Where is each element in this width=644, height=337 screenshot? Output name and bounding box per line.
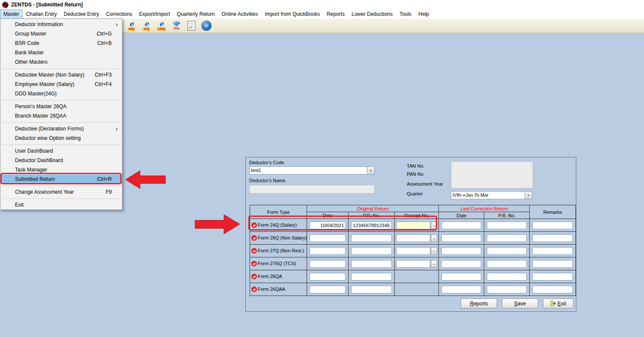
lc-pr-no-input[interactable] bbox=[487, 286, 527, 293]
lc-date-input[interactable] bbox=[441, 273, 481, 281]
remarks-input[interactable] bbox=[532, 234, 573, 242]
menu-item-other-masters[interactable]: Other Masters bbox=[0, 57, 122, 67]
toolbar-e26q-button[interactable]: e 26Q bbox=[125, 19, 138, 32]
remarks-input[interactable] bbox=[532, 247, 573, 255]
pr-no-input[interactable] bbox=[351, 247, 392, 255]
pr-no-input[interactable] bbox=[351, 234, 392, 242]
save-button[interactable]: Save bbox=[502, 299, 538, 308]
menu-item-label: BSR Code bbox=[15, 40, 39, 46]
form-type-label: Form 26Q (Non Salary) bbox=[258, 235, 307, 240]
lc-pr-no-input[interactable] bbox=[487, 234, 527, 242]
browse-button[interactable]: .. bbox=[431, 247, 437, 255]
menu-item-task-manager[interactable]: Task Manager bbox=[0, 165, 122, 174]
menu-item-label: Change Assessment Year bbox=[15, 189, 74, 195]
lc-pr-no-input[interactable] bbox=[487, 222, 527, 229]
lc-date-input[interactable] bbox=[441, 234, 481, 242]
browse-button[interactable]: .. bbox=[431, 260, 437, 268]
close-icon: ✕ bbox=[201, 21, 212, 31]
efiling-icon: e bbox=[251, 248, 257, 254]
lc-date-input[interactable] bbox=[441, 286, 481, 293]
tan-label: TAN No. bbox=[407, 163, 424, 168]
date-input[interactable] bbox=[310, 222, 346, 229]
toolbar-26q-label: 26Q bbox=[128, 27, 135, 31]
lc-pr-no-input[interactable] bbox=[487, 260, 527, 268]
form-document-icon bbox=[188, 21, 195, 30]
receipt-no-input[interactable] bbox=[396, 260, 430, 268]
menubar-item-quarterly-return[interactable]: Quarterly Return bbox=[173, 9, 218, 19]
pr-no-input[interactable] bbox=[351, 286, 392, 293]
chevron-down-icon[interactable]: ▼ bbox=[525, 192, 532, 199]
browse-button[interactable]: .. bbox=[431, 234, 437, 242]
receipt-no-empty-cell bbox=[395, 270, 439, 283]
deductor-name-field[interactable] bbox=[249, 185, 375, 194]
menu-item-deductee-master-non-salary[interactable]: Deductee Master (Non Salary) Ctrl+F3 bbox=[0, 70, 122, 80]
lc-pr-no-input[interactable] bbox=[487, 247, 527, 255]
remarks-input[interactable] bbox=[532, 222, 573, 229]
toolbar-tds-button[interactable]: TDS bbox=[170, 19, 183, 32]
efiling-icon: e bbox=[251, 235, 257, 241]
menubar-item-reports[interactable]: Reports bbox=[323, 9, 348, 19]
lc-pr-no-input[interactable] bbox=[487, 273, 527, 281]
toolbar-e27eq-button[interactable]: e 27EQ bbox=[155, 19, 168, 32]
menu-item-branch-master-26qaa[interactable]: Branch Master 26QAA bbox=[0, 111, 122, 121]
menu-item-deductor-information[interactable]: Deductor Information › bbox=[0, 20, 122, 29]
menu-item-deductor-wise-option-setting[interactable]: Deductor wise Option setting bbox=[0, 133, 122, 143]
menubar-item-help[interactable]: Help bbox=[415, 9, 432, 19]
lc-date-input[interactable] bbox=[441, 222, 481, 229]
quarter-combo[interactable]: IVth->Jan To Mar ▼ bbox=[451, 191, 532, 199]
reports-button[interactable]: Reports bbox=[461, 299, 497, 308]
menu-separator bbox=[0, 121, 122, 124]
lc-date-input[interactable] bbox=[441, 260, 481, 268]
remarks-input[interactable] bbox=[532, 260, 573, 268]
menu-item-bsr-code[interactable]: BSR Code Ctrl+B bbox=[0, 38, 122, 48]
lc-date-input[interactable] bbox=[441, 247, 481, 255]
menu-item-group-master[interactable]: Group Master Ctrl+G bbox=[0, 29, 122, 38]
menu-item-change-assessment-year[interactable]: Change Assessment Year F9 bbox=[0, 187, 122, 197]
menu-item-exit[interactable]: Exit bbox=[0, 200, 122, 210]
menu-item-ddo-master-24g[interactable]: DDO Master(24G) bbox=[0, 89, 122, 98]
date-input[interactable] bbox=[310, 260, 346, 268]
menu-item-deductee-declaration-forms[interactable]: Deductee (Declaration Forms) › bbox=[0, 124, 122, 133]
pr-no-input[interactable] bbox=[351, 222, 392, 229]
menu-item-submitted-return[interactable]: Submitted Return Ctrl+R bbox=[0, 174, 122, 184]
menu-separator bbox=[0, 184, 122, 187]
receipt-no-input[interactable] bbox=[396, 247, 430, 255]
toolbar-e27q-button[interactable]: e 27Q bbox=[140, 19, 153, 32]
menubar-item-lower-deductions[interactable]: Lower Deductions bbox=[348, 9, 396, 19]
menubar-item-corrections[interactable]: Corrections bbox=[102, 9, 135, 19]
receipt-no-input[interactable] bbox=[396, 222, 430, 229]
quarter-label: Quarter bbox=[407, 191, 423, 196]
date-input[interactable] bbox=[310, 234, 346, 242]
table-row-form-26q: eForm 26Q (Non Salary) .. bbox=[250, 232, 576, 245]
menu-item-label: Deductor DashBoard bbox=[15, 157, 63, 163]
menu-item-persons-master-26qa[interactable]: Person's Master 26QA bbox=[0, 102, 122, 111]
remarks-input[interactable] bbox=[532, 286, 573, 293]
form-type-label: Form 26QA bbox=[258, 274, 282, 279]
menu-item-bank-master[interactable]: Bank Master bbox=[0, 48, 122, 57]
menubar-item-master[interactable]: Master bbox=[0, 9, 23, 19]
menubar-item-challan-entry[interactable]: Challan Entry bbox=[23, 9, 60, 19]
menubar-item-deductee-entry[interactable]: Deductee Entry bbox=[60, 9, 103, 19]
toolbar-close-button[interactable]: ✕ bbox=[200, 19, 213, 32]
pr-no-input[interactable] bbox=[351, 260, 392, 268]
date-input[interactable] bbox=[310, 247, 346, 255]
pr-no-input[interactable] bbox=[351, 273, 392, 281]
date-input[interactable] bbox=[310, 286, 346, 293]
pan-label: PAN No. bbox=[407, 171, 425, 177]
remarks-input[interactable] bbox=[532, 273, 573, 281]
menu-item-employee-master-salary[interactable]: Employee Master (Salary) Ctrl+F4 bbox=[0, 80, 122, 89]
toolbar-form-button[interactable] bbox=[185, 19, 198, 32]
menubar-item-export-import[interactable]: Export/Import bbox=[136, 9, 173, 19]
date-input[interactable] bbox=[310, 273, 346, 281]
chevron-down-icon[interactable]: ▼ bbox=[367, 167, 374, 174]
menubar-item-online-activities[interactable]: Online Activities bbox=[218, 9, 262, 19]
menubar-item-tools[interactable]: Tools bbox=[396, 9, 415, 19]
menu-item-label: Group Master bbox=[15, 31, 46, 37]
menu-item-deductor-dashboard[interactable]: Deductor DashBoard bbox=[0, 156, 122, 165]
menubar-item-import-quickbooks[interactable]: Import from QuickBooks bbox=[261, 9, 323, 19]
exit-button[interactable]: Exit bbox=[543, 299, 573, 308]
menu-item-user-dashboard[interactable]: User DashBoard bbox=[0, 146, 122, 156]
deductor-code-combo[interactable]: test1 ▼ bbox=[249, 166, 375, 174]
receipt-no-input[interactable] bbox=[396, 234, 430, 242]
browse-button[interactable]: .. bbox=[431, 222, 437, 229]
